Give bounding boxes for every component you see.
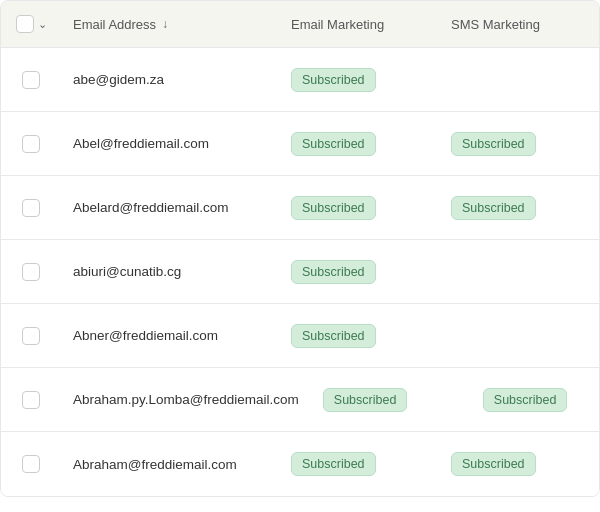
row-checkbox-cell[interactable] [1, 57, 61, 103]
contacts-table: ⌄ Email Address ↓ Email Marketing SMS Ma… [0, 0, 600, 497]
email-subscribed-badge: Subscribed [291, 260, 376, 284]
email-address-header[interactable]: Email Address ↓ [61, 13, 279, 36]
sms-subscribed-badge: Subscribed [451, 132, 536, 156]
table-row: abiuri@cunatib.cgSubscribed [1, 240, 599, 304]
row-checkbox[interactable] [22, 199, 40, 217]
email-subscribed-badge: Subscribed [291, 68, 376, 92]
row-checkbox[interactable] [22, 391, 40, 409]
sms-subscribed-badge: Subscribed [451, 196, 536, 220]
row-checkbox-cell[interactable] [1, 377, 61, 423]
sms-marketing-label: SMS Marketing [451, 17, 540, 32]
email-marketing-cell: Subscribed [279, 182, 439, 234]
sms-marketing-cell [439, 66, 599, 94]
sms-marketing-cell: Subscribed [439, 438, 599, 490]
email-address-label: Email Address [73, 17, 156, 32]
sms-marketing-cell: Subscribed [439, 118, 599, 170]
table-row: Abraham@freddiemail.comSubscribedSubscri… [1, 432, 599, 496]
email-subscribed-badge: Subscribed [291, 452, 376, 476]
row-checkbox-cell[interactable] [1, 441, 61, 487]
table-row: Abner@freddiemail.comSubscribed [1, 304, 599, 368]
row-checkbox-cell[interactable] [1, 249, 61, 295]
sms-marketing-cell [439, 322, 599, 350]
table-row: abe@gidem.zaSubscribed [1, 48, 599, 112]
table-header: ⌄ Email Address ↓ Email Marketing SMS Ma… [1, 1, 599, 48]
email-marketing-cell: Subscribed [279, 438, 439, 490]
email-cell: abiuri@cunatib.cg [61, 250, 279, 293]
email-marketing-cell: Subscribed [279, 54, 439, 106]
email-cell: abe@gidem.za [61, 58, 279, 101]
sort-icon[interactable]: ↓ [162, 17, 168, 31]
email-cell: Abel@freddiemail.com [61, 122, 279, 165]
email-subscribed-badge: Subscribed [291, 324, 376, 348]
email-cell: Abraham.py.Lomba@freddiemail.com [61, 378, 311, 421]
select-dropdown-icon[interactable]: ⌄ [38, 18, 47, 31]
sms-marketing-cell: Subscribed [471, 374, 600, 426]
email-subscribed-badge: Subscribed [323, 388, 408, 412]
select-all-checkbox[interactable] [16, 15, 34, 33]
row-checkbox-cell[interactable] [1, 121, 61, 167]
sms-marketing-header: SMS Marketing [439, 13, 599, 36]
email-cell: Abelard@freddiemail.com [61, 186, 279, 229]
email-cell: Abraham@freddiemail.com [61, 443, 279, 486]
email-subscribed-badge: Subscribed [291, 132, 376, 156]
table-row: Abraham.py.Lomba@freddiemail.comSubscrib… [1, 368, 599, 432]
email-cell: Abner@freddiemail.com [61, 314, 279, 357]
email-marketing-cell: Subscribed [279, 118, 439, 170]
email-marketing-cell: Subscribed [311, 374, 471, 426]
email-marketing-cell: Subscribed [279, 246, 439, 298]
sms-subscribed-badge: Subscribed [451, 452, 536, 476]
row-checkbox-cell[interactable] [1, 185, 61, 231]
table-row: Abel@freddiemail.comSubscribedSubscribed [1, 112, 599, 176]
email-marketing-header: Email Marketing [279, 13, 439, 36]
email-subscribed-badge: Subscribed [291, 196, 376, 220]
row-checkbox[interactable] [22, 327, 40, 345]
row-checkbox[interactable] [22, 263, 40, 281]
row-checkbox[interactable] [22, 135, 40, 153]
header-checkbox-cell[interactable]: ⌄ [1, 11, 61, 37]
table-row: Abelard@freddiemail.comSubscribedSubscri… [1, 176, 599, 240]
row-checkbox-cell[interactable] [1, 313, 61, 359]
row-checkbox[interactable] [22, 71, 40, 89]
email-marketing-cell: Subscribed [279, 310, 439, 362]
sms-marketing-cell [439, 258, 599, 286]
table-body: abe@gidem.zaSubscribedAbel@freddiemail.c… [1, 48, 599, 496]
email-marketing-label: Email Marketing [291, 17, 384, 32]
sms-marketing-cell: Subscribed [439, 182, 599, 234]
sms-subscribed-badge: Subscribed [483, 388, 568, 412]
row-checkbox[interactable] [22, 455, 40, 473]
